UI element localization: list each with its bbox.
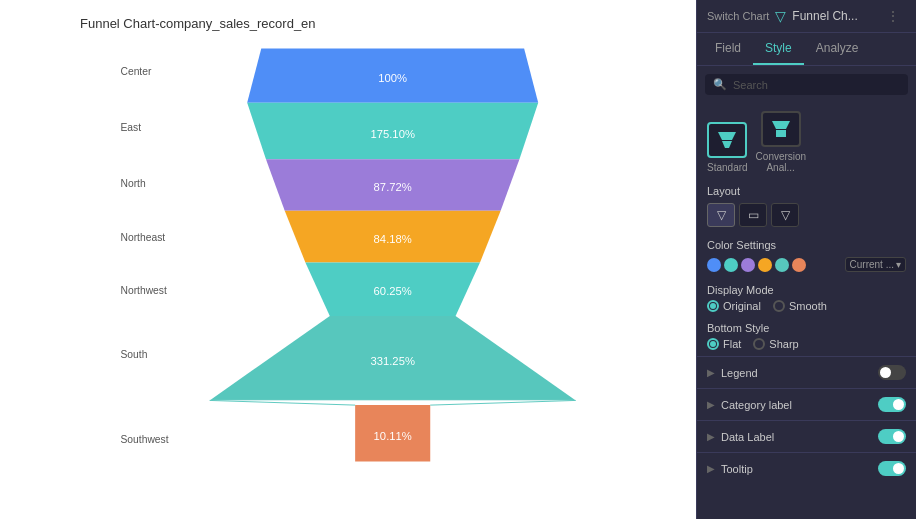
color-dropdown-chevron: ▾ [896,259,901,270]
conversion-funnel-icon [770,119,792,139]
display-mode-radio-group: Original Smooth [697,298,916,318]
value-southwest: 10.11% [374,430,412,442]
svg-marker-5 [772,121,790,129]
tooltip-label: Tooltip [721,463,878,475]
legend-toggle-knob [880,367,891,378]
style-option-standard-box[interactable] [707,122,747,158]
legend-toggle[interactable] [878,365,906,380]
chart-area: Funnel Chart-company_sales_record_en Cen… [0,0,696,519]
layout-btn-bar[interactable]: ▭ [739,203,767,227]
color-dot-5 [775,258,789,272]
tooltip-toggle[interactable] [878,461,906,476]
expand-legend[interactable]: ▶ Legend [697,356,916,388]
search-icon: 🔍 [713,78,727,91]
value-northeast: 84.18% [374,233,412,245]
value-south: 331.25% [370,355,414,367]
style-option-conversion-box[interactable] [761,111,801,147]
data-label-toggle[interactable] [878,429,906,444]
expand-category-label[interactable]: ▶ Category label [697,388,916,420]
label-east: East [120,122,141,133]
data-label-label: Data Label [721,431,878,443]
tab-style[interactable]: Style [753,33,804,65]
funnel-chart-svg: Center East North Northeast Northwest So… [80,39,696,499]
value-northwest: 60.25% [374,285,412,297]
svg-marker-3 [718,132,736,140]
more-options-icon[interactable]: ⋮ [880,8,906,24]
color-dot-2 [724,258,738,272]
style-option-conversion[interactable]: Conversion Anal... [756,111,806,173]
label-south: South [120,349,147,360]
label-northeast: Northeast [120,232,165,243]
svg-line-1 [210,400,356,405]
radio-flat-circle [707,338,719,350]
search-input[interactable] [733,79,900,91]
radio-smooth-circle [773,300,785,312]
label-northwest: Northwest [120,285,167,296]
color-dropdown-label: Current ... [850,259,894,270]
standard-funnel-icon [716,130,738,150]
expand-tooltip[interactable]: ▶ Tooltip [697,452,916,484]
chart-container: Center East North Northeast Northwest So… [80,39,696,499]
bottom-style-radio-group: Flat Sharp [697,336,916,356]
color-settings-row: Current ... ▾ [697,253,916,280]
bottom-style-label: Bottom Style [697,318,916,336]
radio-flat[interactable]: Flat [707,338,741,350]
panel-header: Switch Chart ▽ Funnel Ch... ⋮ [697,0,916,33]
tab-field[interactable]: Field [703,33,753,65]
label-center: Center [120,66,152,77]
color-dot-1 [707,258,721,272]
category-label-label: Category label [721,399,878,411]
category-label-chevron-icon: ▶ [707,399,715,410]
legend-label: Legend [721,367,878,379]
color-dot-3 [741,258,755,272]
svg-rect-6 [776,130,786,137]
legend-chevron-icon: ▶ [707,367,715,378]
label-north: North [120,178,145,189]
color-dropdown-btn[interactable]: Current ... ▾ [845,257,906,272]
color-dot-4 [758,258,772,272]
radio-sharp[interactable]: Sharp [753,338,798,350]
category-label-toggle[interactable] [878,397,906,412]
search-bar[interactable]: 🔍 [705,74,908,95]
category-label-toggle-knob [893,399,904,410]
radio-original[interactable]: Original [707,300,761,312]
svg-line-2 [430,400,576,405]
chart-title: Funnel Chart-company_sales_record_en [80,16,696,31]
layout-label: Layout [697,181,916,199]
tooltip-chevron-icon: ▶ [707,463,715,474]
tab-bar: Field Style Analyze [697,33,916,66]
value-east: 175.10% [370,128,414,140]
style-options: Standard Conversion Anal... [697,103,916,181]
style-option-conversion-label: Conversion Anal... [756,151,806,173]
radio-original-label: Original [723,300,761,312]
expand-data-label[interactable]: ▶ Data Label [697,420,916,452]
data-label-toggle-knob [893,431,904,442]
right-panel: Switch Chart ▽ Funnel Ch... ⋮ Field Styl… [696,0,916,519]
color-settings-label: Color Settings [697,235,916,253]
color-dot-6 [792,258,806,272]
tab-analyze[interactable]: Analyze [804,33,871,65]
radio-sharp-label: Sharp [769,338,798,350]
style-option-standard-label: Standard [707,162,748,173]
radio-flat-label: Flat [723,338,741,350]
tooltip-toggle-knob [893,463,904,474]
radio-original-circle [707,300,719,312]
layout-btn-funnel2[interactable]: ▽ [771,203,799,227]
value-north: 87.72% [374,181,412,193]
layout-btn-funnel[interactable]: ▽ [707,203,735,227]
radio-smooth[interactable]: Smooth [773,300,827,312]
label-southwest: Southwest [120,434,168,445]
funnel-header-icon: ▽ [775,8,786,24]
data-label-chevron-icon: ▶ [707,431,715,442]
display-mode-label: Display Mode [697,280,916,298]
value-center: 100% [378,72,407,84]
radio-smooth-label: Smooth [789,300,827,312]
radio-sharp-circle [753,338,765,350]
svg-marker-4 [722,141,732,148]
layout-buttons: ▽ ▭ ▽ [697,199,916,235]
switch-chart-label: Switch Chart [707,10,769,22]
style-option-standard[interactable]: Standard [707,122,748,173]
chart-name-label: Funnel Ch... [792,9,874,23]
